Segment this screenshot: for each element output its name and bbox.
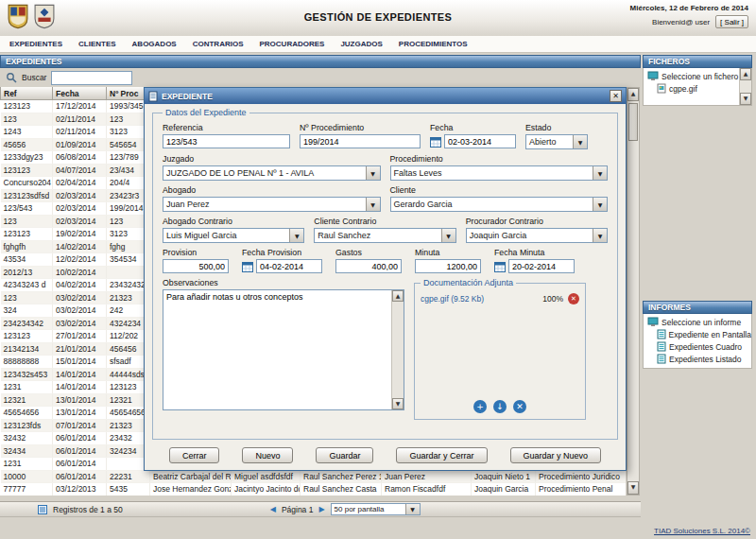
ficheros-root-item[interactable]: Seleccione un fichero (644, 70, 739, 82)
informes-root-item[interactable]: Seleccione un informe (644, 316, 751, 328)
estado-select[interactable]: Abierto ▼ (525, 134, 588, 149)
observaciones-textarea[interactable]: Para añadir notas u otros conceptos (163, 289, 404, 410)
monitor-icon (647, 71, 659, 81)
table-cell: 5435 (107, 483, 150, 496)
fecha-minuta-input[interactable] (508, 259, 575, 273)
scroll-up-icon[interactable]: ▲ (740, 68, 751, 80)
scroll-down-icon[interactable]: ▼ (740, 93, 751, 105)
fecha-minuta-label: Fecha Minuta (494, 248, 575, 257)
table-cell: Procedimiento Penal (536, 483, 627, 496)
guardar-button[interactable]: Guardar (316, 447, 373, 463)
table-cell: 123432s453 (1, 368, 53, 381)
table-cell: Beatriz Carbajal del Rio1 (150, 470, 232, 483)
gastos-label: Gastos (335, 248, 402, 257)
scrollbar-thumb[interactable] (628, 103, 638, 141)
next-page-icon[interactable]: ▶ (318, 505, 324, 513)
cerrar-button[interactable]: Cerrar (169, 447, 220, 463)
procedimiento-select[interactable]: Faltas Leves ▼ (390, 165, 609, 181)
table-cell: 01/09/2014 (53, 138, 107, 151)
calendar-icon[interactable] (494, 261, 506, 272)
procurador-contrario-value: Joaquin Garcia (470, 231, 527, 240)
dialog-titlebar[interactable]: EXPEDIENTE ✕ (145, 88, 626, 104)
table-cell: 1243 (1, 126, 53, 139)
abogado-contrario-select[interactable]: Luis Miguel Garcia ▼ (163, 228, 304, 243)
fecha-provision-input[interactable] (256, 259, 322, 273)
ficheros-scrollbar[interactable]: ▲ ▼ (739, 68, 751, 105)
referencia-input[interactable] (163, 134, 290, 148)
add-file-icon[interactable]: + (473, 400, 487, 413)
table-cell: Jacintyo Jacinto dddddd (232, 483, 301, 496)
n-procedimiento-input[interactable] (300, 134, 421, 148)
table-cell: 03/02/2014 (53, 317, 107, 330)
menu-item-contrarios[interactable]: CONTRARIOS (193, 40, 244, 48)
table-cell: 02/03/2014 (53, 215, 107, 228)
scrollbar-track[interactable] (627, 101, 639, 481)
cliente-contrario-select[interactable]: Raul Sanchez ▼ (314, 228, 455, 243)
search-input[interactable] (51, 71, 132, 85)
nuevo-button[interactable]: Nuevo (242, 447, 293, 463)
doc-legend: Documentación Adjunta (421, 278, 516, 287)
referencia-label: Referencia (163, 123, 290, 132)
cliente-value: Gerardo Garcia (394, 200, 453, 209)
fichero-item-cgpe[interactable]: cgpe.gif (644, 82, 739, 95)
column-header-ref[interactable]: Ref (1, 87, 53, 100)
scroll-down-icon[interactable]: ▼ (392, 398, 404, 409)
column-header-fecha[interactable]: Fecha (53, 87, 107, 100)
menu-item-procedimientos[interactable]: PROCEDIMIENTOS (399, 40, 468, 48)
procurador-contrario-select[interactable]: Joaquin Garcia ▼ (466, 228, 608, 243)
juzgado-label: Juzgado (163, 154, 381, 164)
juzgado-value: JUZGADO DE LO PENAL Nº 1 - AVILA (166, 168, 314, 178)
fichero-item-label: cgpe.gif (669, 84, 697, 94)
clear-files-icon[interactable]: ✕ (513, 400, 526, 413)
scroll-down-icon[interactable]: ▼ (627, 481, 639, 495)
logout-button[interactable]: [ Salir ] (715, 15, 748, 28)
scroll-up-icon[interactable]: ▲ (392, 290, 404, 302)
table-scrollbar[interactable]: ▲ ▼ (627, 87, 640, 496)
cliente-select[interactable]: Gerardo Garcia ▼ (390, 197, 609, 212)
menu-item-expedientes[interactable]: EXPEDIENTES (9, 40, 62, 48)
table-cell: 1233dgy23 (1, 151, 53, 165)
prev-page-icon[interactable]: ◀ (270, 505, 276, 513)
table-cell: 14/01/2014 (53, 368, 107, 381)
ficheros-panel: Seleccione un fichero cgpe.gif ▲ ▼ (643, 68, 752, 106)
main-menu: EXPEDIENTES CLIENTES ABOGADOS CONTRARIOS… (0, 36, 756, 53)
calendar-icon[interactable] (430, 136, 441, 148)
calendar-icon[interactable] (242, 261, 253, 272)
minuta-input[interactable] (415, 259, 481, 273)
menu-item-juzgados[interactable]: JUZGADOS (340, 40, 382, 48)
informe-item-pantalla[interactable]: Expediente en Pantalla (644, 328, 751, 340)
attached-file-link[interactable]: cgpe.gif (9.52 Kb) (421, 294, 538, 304)
informe-item-listado[interactable]: Expedientes Listado (644, 353, 751, 365)
per-page-select[interactable]: 50 por pantalla ▼ (331, 503, 421, 515)
table-row[interactable]: 1000006/01/201422231Beatriz Carbajal del… (1, 470, 627, 483)
juzgado-select[interactable]: JUZGADO DE LO PENAL Nº 1 - AVILA ▼ (163, 165, 381, 181)
table-cell: Ramon Fiscadfdf (382, 483, 472, 496)
gastos-input[interactable] (335, 259, 402, 273)
textarea-scrollbar[interactable]: ▲ ▼ (391, 290, 404, 409)
footer-credit[interactable]: TIAD Soluciones S.L. 2014© (654, 527, 750, 535)
fecha-input[interactable] (444, 134, 516, 148)
menu-item-abogados[interactable]: ABOGADOS (132, 40, 177, 48)
guardar-y-cerrar-button[interactable]: Guardar y Cerrar (396, 447, 487, 463)
menu-item-procuradores[interactable]: PROCURADORES (259, 40, 324, 48)
chevron-down-icon: ▼ (366, 166, 380, 180)
table-row[interactable]: 7777703/12/20135435Jose Hernandez Gonzal… (1, 483, 627, 496)
abogado-select[interactable]: Juan Perez ▼ (163, 197, 381, 212)
table-cell: 43534 (1, 253, 53, 267)
table-cell: 04/07/2014 (53, 164, 107, 177)
remove-file-icon[interactable]: ✕ (568, 293, 579, 304)
close-icon[interactable]: ✕ (610, 90, 622, 102)
download-file-icon[interactable]: ↓ (493, 400, 507, 413)
menu-item-clientes[interactable]: CLIENTES (78, 40, 116, 48)
table-cell: 02/03/2014 (53, 202, 107, 216)
provision-input[interactable] (163, 259, 229, 273)
n-procedimiento-label: Nº Procedimiento (300, 123, 421, 132)
table-cell: 21/01/2014 (53, 342, 107, 356)
guardar-y-nuevo-button[interactable]: Guardar y Nuevo (510, 447, 602, 463)
procedimiento-value: Faltas Leves (394, 168, 442, 178)
scroll-up-icon[interactable]: ▲ (627, 88, 639, 101)
informe-item-cuadro[interactable]: Expedientes Cuadro (644, 340, 751, 353)
table-cell: 42343243 d (1, 279, 53, 292)
datos-expediente-fieldset: Datos del Expediente Referencia Nº Proce… (152, 108, 618, 440)
table-cell: 123 (1, 113, 53, 126)
